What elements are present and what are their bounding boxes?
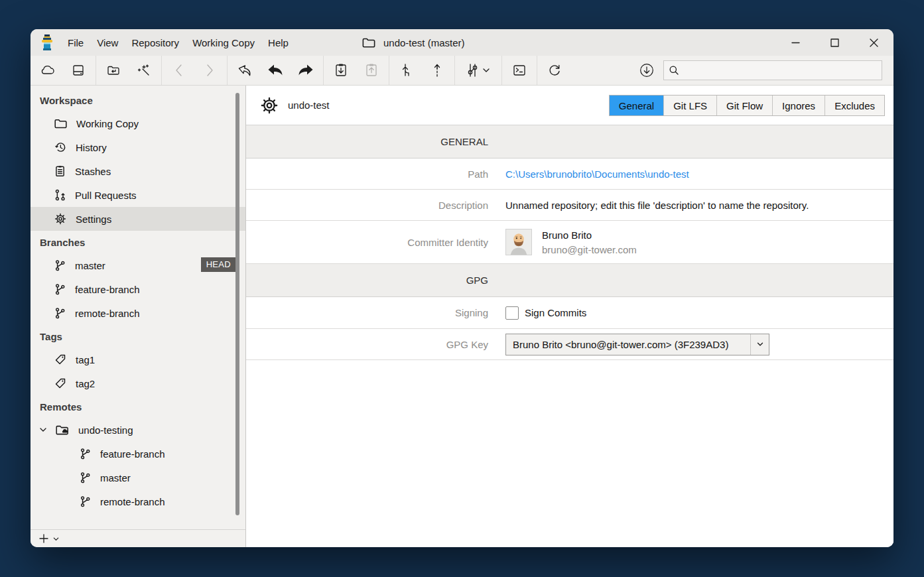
settings-header: undo-test General Git LFS Git Flow Ignor… — [246, 86, 893, 125]
description-value: Unnamed repository; edit this file 'desc… — [505, 200, 809, 211]
section-gpg-title: GPG — [246, 275, 488, 286]
sidebar-section-workspace: Workspace — [31, 89, 245, 111]
menu-working-copy[interactable]: Working Copy — [188, 34, 259, 51]
tab-git-flow[interactable]: Git Flow — [716, 96, 772, 115]
terminal-button[interactable] — [511, 62, 528, 79]
tab-excludes[interactable]: Excludes — [825, 96, 884, 115]
sidebar-item-remote-branch-master[interactable]: master — [31, 466, 245, 489]
tab-general[interactable]: General — [610, 96, 663, 115]
settings-gear-icon — [54, 213, 66, 225]
local-repositories-button[interactable] — [70, 62, 87, 79]
branch-icon — [54, 307, 66, 319]
menu-file[interactable]: File — [64, 34, 88, 51]
forward-button[interactable] — [201, 62, 218, 79]
sidebar-label: undo-testing — [78, 424, 133, 436]
stage-pull-clipboard-button[interactable] — [332, 62, 350, 79]
sidebar-section-remotes: Remotes — [31, 395, 245, 418]
sidebar-item-remote-branch-feature[interactable]: feature-branch — [31, 442, 245, 466]
description-label: Description — [246, 200, 488, 211]
sidebar-label: Settings — [76, 214, 111, 225]
cherry-pick-button[interactable] — [429, 62, 446, 79]
history-clock-icon — [54, 141, 66, 153]
sidebar-item-tag2[interactable]: tag2 — [31, 371, 245, 395]
window-title-text: undo-test (master) — [383, 37, 465, 48]
sidebar-label: Stashes — [75, 166, 111, 177]
toolbar — [31, 56, 893, 86]
sidebar-item-branch-feature[interactable]: feature-branch — [31, 277, 245, 301]
chevron-down-icon — [38, 425, 48, 434]
sidebar-item-branch-master[interactable]: master HEAD — [31, 253, 245, 277]
window-title: undo-test (master) — [362, 29, 465, 56]
sign-commits-checkbox[interactable] — [505, 306, 519, 320]
sidebar-label: Pull Requests — [75, 190, 137, 201]
sidebar-label: History — [76, 142, 107, 153]
settings-panel: undo-test General Git LFS Git Flow Ignor… — [246, 86, 893, 547]
sidebar-item-history[interactable]: History — [31, 135, 245, 159]
open-repository-button[interactable] — [105, 62, 122, 79]
sidebar-label: master — [100, 472, 131, 483]
merge-button[interactable] — [398, 62, 415, 79]
tab-ignores[interactable]: Ignores — [772, 96, 825, 115]
sidebar-label: tag1 — [76, 354, 95, 365]
push-clipboard-button[interactable] — [363, 62, 380, 79]
back-button[interactable] — [170, 62, 188, 79]
branch-icon — [80, 495, 91, 507]
close-button[interactable] — [858, 29, 889, 56]
head-badge: HEAD — [201, 257, 236, 272]
sign-commits-checkbox-label: Sign Commits — [525, 307, 586, 318]
sidebar-scrollbar[interactable] — [235, 93, 239, 515]
committer-avatar — [505, 229, 532, 255]
sidebar-item-tag1[interactable]: tag1 — [31, 348, 245, 371]
sidebar-scroll-area: Workspace Working Copy History Stashes P… — [31, 86, 245, 529]
tab-git-lfs[interactable]: Git LFS — [663, 96, 716, 115]
updates-download-button[interactable] — [638, 62, 655, 79]
share-publish-button[interactable] — [236, 62, 253, 79]
menu-help[interactable]: Help — [264, 34, 293, 51]
settings-tabs: General Git LFS Git Flow Ignores Exclude… — [609, 95, 885, 116]
quick-actions-wand-button[interactable] — [135, 62, 153, 79]
redo-button[interactable] — [297, 62, 314, 79]
sidebar-item-remote-undo-testing[interactable]: undo-testing — [31, 418, 245, 442]
menu-view[interactable]: View — [93, 34, 122, 51]
row-description: Description Unnamed repository; edit thi… — [246, 190, 893, 221]
sidebar-section-branches: Branches — [31, 231, 245, 253]
signing-label: Signing — [246, 307, 488, 318]
undo-button[interactable] — [267, 62, 284, 79]
repo-folder-icon — [362, 37, 375, 48]
services-cloud-button[interactable] — [39, 62, 56, 79]
gpg-key-select[interactable]: Bruno Brito <bruno@git-tower.com> (3F239… — [505, 334, 769, 355]
repo-title: undo-test — [288, 99, 330, 111]
row-path: Path C:\Users\brunobrito\Documents\undo-… — [246, 159, 893, 190]
search-input[interactable] — [683, 61, 877, 80]
tag-icon — [54, 377, 66, 389]
sidebar-label: remote-branch — [75, 308, 140, 319]
refresh-button[interactable] — [546, 62, 563, 79]
sidebar-item-branch-remote[interactable]: remote-branch — [31, 301, 245, 325]
minimize-button[interactable] — [780, 29, 811, 56]
remote-cloud-folder-icon — [56, 424, 69, 436]
sidebar-label: master — [75, 260, 105, 271]
title-bar: File View Repository Working Copy Help u… — [31, 29, 893, 56]
empty-area — [246, 360, 893, 547]
menu-repository[interactable]: Repository — [127, 34, 183, 51]
sidebar-item-pull-requests[interactable]: Pull Requests — [31, 183, 245, 207]
sidebar-section-tags: Tags — [31, 325, 245, 348]
section-gpg: GPG — [246, 264, 893, 297]
sidebar-label: feature-branch — [75, 284, 140, 295]
chevron-down-icon — [52, 535, 60, 543]
sidebar-item-working-copy[interactable]: Working Copy — [31, 111, 245, 135]
stashes-clipboard-icon — [54, 165, 66, 177]
sidebar-item-remote-branch-remote[interactable]: remote-branch — [31, 489, 245, 513]
row-signing: Signing Sign Commits — [246, 297, 893, 329]
sidebar-item-stashes[interactable]: Stashes — [31, 159, 245, 183]
add-button[interactable] — [38, 533, 60, 544]
committer-name: Bruno Brito — [542, 229, 637, 241]
path-link[interactable]: C:\Users\brunobrito\Documents\undo-test — [505, 168, 689, 180]
gitflow-button[interactable] — [464, 62, 493, 79]
search-box — [663, 60, 882, 80]
select-chevron-down-icon — [750, 334, 769, 355]
gpg-key-selected-value: Bruno Brito <bruno@git-tower.com> (3F239… — [506, 339, 751, 350]
sidebar-item-settings[interactable]: Settings — [31, 207, 245, 231]
maximize-button[interactable] — [819, 29, 850, 56]
pull-request-icon — [54, 189, 66, 201]
